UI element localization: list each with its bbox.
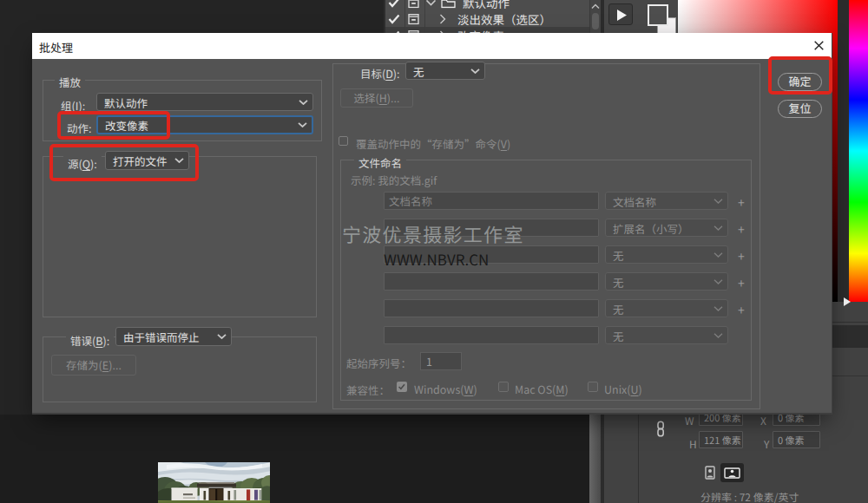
macos-checkbox[interactable] xyxy=(498,382,509,392)
compatibility-label: 兼容性： xyxy=(346,382,390,398)
override-save-as-checkbox[interactable] xyxy=(339,136,348,146)
x-label: X xyxy=(760,413,766,428)
file-naming-example: 示例: 我的文档.gif xyxy=(351,172,437,188)
serial-number-field[interactable]: 1 xyxy=(420,352,462,370)
override-save-as-label: 覆盖动作中的“存储为”命令(V) xyxy=(356,135,510,152)
add-token-plus[interactable]: + xyxy=(735,301,747,318)
foreground-color-swatch[interactable] xyxy=(648,4,668,26)
scrollbar-thumb[interactable] xyxy=(592,13,599,29)
label-mnemonic: U xyxy=(631,381,639,397)
destination-label: 目标(D): xyxy=(356,65,404,82)
scrollbar-up-arrow-icon[interactable] xyxy=(591,3,600,10)
label-text-post: ) xyxy=(639,381,642,397)
naming-token-dropdown[interactable]: 扩展名（小写） xyxy=(605,219,728,237)
action-row-selected[interactable]: 改变像素 xyxy=(385,27,589,33)
actions-panel: 默认动作 淡出效果（选区） 改变像素 xyxy=(385,0,589,33)
play-group-legend: 播放 xyxy=(55,74,85,90)
close-icon[interactable] xyxy=(812,38,825,52)
add-token-plus[interactable]: + xyxy=(735,274,747,291)
windows-checkbox[interactable] xyxy=(397,382,407,392)
action-row[interactable]: 淡出效果（选区） xyxy=(385,10,589,27)
naming-token-dropdown[interactable]: 无 xyxy=(605,299,728,317)
choose-mnemonic: H xyxy=(379,89,387,106)
naming-token-field[interactable]: 文档名称 xyxy=(384,192,599,210)
label-text-pre: 目标( xyxy=(360,65,385,82)
action-name[interactable]: 淡出效果（选区） xyxy=(457,10,551,28)
label-mnemonic: W xyxy=(464,381,473,397)
file-naming-legend: 文件命名 xyxy=(354,154,406,171)
folder-icon xyxy=(441,0,456,8)
naming-token-dropdown[interactable]: 无 xyxy=(605,272,728,291)
chevron-down-icon[interactable] xyxy=(425,0,437,6)
choose-button[interactable]: 选择(H)... xyxy=(340,88,413,108)
panel-edge xyxy=(384,0,385,33)
override-text-post: ) xyxy=(507,135,510,152)
chevron-right-icon[interactable] xyxy=(439,13,446,24)
error-dropdown-value: 由于错误而停止 xyxy=(123,329,200,345)
dialog-bottom-edge xyxy=(32,413,832,415)
set-dropdown-value: 默认动作 xyxy=(104,94,148,110)
override-mnemonic: V xyxy=(501,135,507,152)
label-text-post: ) xyxy=(473,381,477,397)
action-enabled-check-icon[interactable] xyxy=(388,14,400,24)
choose-text-post: )... xyxy=(387,89,400,106)
label-mnemonic: M xyxy=(556,381,564,397)
watermark-studio-text: 宁波优景摄影工作室 xyxy=(342,219,524,247)
action-enabled-check-icon[interactable] xyxy=(388,0,400,8)
windows-label: Windows(W) xyxy=(414,381,477,397)
y-field[interactable]: 0 像素 xyxy=(773,431,820,448)
chevron-down-icon xyxy=(713,333,723,338)
portrait-orientation-button[interactable] xyxy=(702,464,718,481)
choose-text-pre: 选择( xyxy=(354,89,379,106)
label-text-pre: Windows( xyxy=(414,381,464,397)
chevron-down-icon xyxy=(217,334,227,339)
set-dropdown[interactable]: 默认动作 xyxy=(96,93,313,111)
option-value: 无 xyxy=(613,327,624,343)
naming-token-dropdown[interactable]: 文档名称 xyxy=(605,192,728,210)
dialog-titlebar[interactable]: 批处理 xyxy=(32,33,832,59)
dialog-toggle-icon[interactable] xyxy=(408,0,419,8)
photoshop-window: 默认动作 淡出效果（选区） 改变像素 W 200 像素 X 0 像素 H 121… xyxy=(0,0,868,503)
dialog-title: 批处理 xyxy=(39,39,73,56)
landscape-orientation-button[interactable] xyxy=(720,463,744,482)
destination-dropdown-value: 无 xyxy=(413,62,424,79)
add-token-plus[interactable]: + xyxy=(735,193,747,211)
chevron-down-icon xyxy=(299,100,308,105)
label-text-post: ) xyxy=(564,381,568,397)
label-text-post: ): xyxy=(102,332,109,349)
unix-label: Unix(U) xyxy=(604,381,642,397)
chevron-down-icon xyxy=(470,69,480,74)
annotation-box-action xyxy=(57,111,170,140)
override-text-pre: 覆盖动作中的“存储为”命令( xyxy=(356,135,501,152)
document-canvas-lower xyxy=(0,415,589,503)
height-field[interactable]: 121 像素 xyxy=(699,431,743,448)
error-label: 错误(B): xyxy=(66,332,114,349)
chevron-down-icon xyxy=(713,252,723,258)
naming-token-dropdown[interactable]: 无 xyxy=(605,326,728,344)
option-value: 无 xyxy=(613,246,624,263)
link-dimensions-icon[interactable] xyxy=(654,421,667,437)
naming-token-field[interactable] xyxy=(384,326,599,344)
action-set-row[interactable]: 默认动作 xyxy=(385,0,589,10)
naming-token-field[interactable] xyxy=(384,272,599,291)
annotation-box-ok xyxy=(768,56,832,95)
error-dropdown[interactable]: 由于错误而停止 xyxy=(115,327,232,346)
hue-slider-strip[interactable] xyxy=(849,0,868,302)
add-token-plus[interactable]: + xyxy=(735,247,747,265)
label-text-post: ): xyxy=(393,65,400,82)
destination-dropdown[interactable]: 无 xyxy=(405,62,485,80)
play-selection-button[interactable] xyxy=(608,3,633,25)
naming-token-dropdown[interactable]: 无 xyxy=(605,245,728,264)
watermark-url-text: WWW.NBVR.CN xyxy=(384,248,489,270)
color-picker-gap xyxy=(838,0,849,302)
hue-slider-arrow-icon[interactable] xyxy=(844,297,851,306)
unix-checkbox[interactable] xyxy=(588,382,598,392)
label-text-pre: 错误( xyxy=(70,332,95,349)
add-token-plus[interactable]: + xyxy=(735,220,747,238)
naming-token-field[interactable] xyxy=(384,299,599,317)
annotation-box-source xyxy=(49,144,199,181)
action-name[interactable]: 改变像素 xyxy=(457,27,504,34)
dialog-toggle-icon[interactable] xyxy=(408,13,419,24)
reset-button[interactable]: 复位 xyxy=(778,100,822,118)
save-as-button[interactable]: 存储为(E)... xyxy=(51,355,136,376)
